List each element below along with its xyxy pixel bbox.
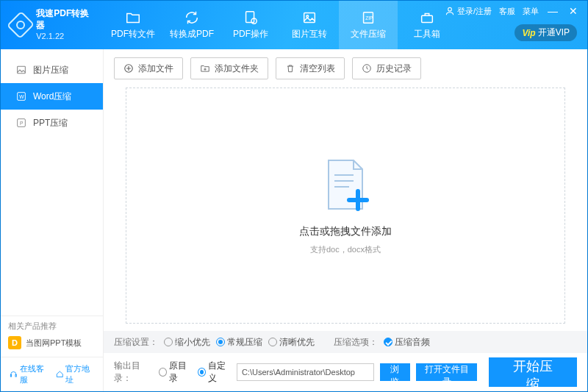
login-link[interactable]: 登录/注册 [445, 6, 492, 17]
check-compress-audio[interactable]: 压缩音频 [384, 336, 430, 349]
service-link[interactable]: 客服 [499, 6, 515, 17]
file-add-icon [320, 156, 371, 215]
menu-link[interactable]: 菜单 [523, 6, 539, 17]
app-window: 我速PDF转换器 V2.1.22 PDF转文件 转换成PDF PDF操作 图片互… [0, 0, 588, 392]
word-icon: W [15, 90, 27, 102]
drop-title: 点击或拖拽文件添加 [299, 225, 392, 238]
app-logo-icon [7, 11, 35, 39]
online-service-link[interactable]: 在线客服 [10, 363, 49, 385]
drop-area[interactable]: 点击或拖拽文件添加 支持doc，docx格式 [126, 88, 565, 324]
plus-icon [123, 63, 134, 74]
image-icon [15, 64, 27, 76]
sidebar-menu: 图片压缩 W Word压缩 P PPT压缩 [1, 49, 103, 316]
nav-label: PDF转文件 [111, 28, 155, 40]
svg-rect-0 [246, 12, 254, 23]
nav-pdf-to-file[interactable]: PDF转文件 [104, 1, 162, 49]
nav-label: 转换成PDF [170, 28, 214, 40]
sidebar-item-label: Word压缩 [33, 90, 71, 103]
vip-badge[interactable]: Vip开通VIP [514, 24, 577, 41]
compress-settings: 压缩设置： 缩小优先 常规压缩 清晰优先 压缩选项： 压缩音频 [104, 331, 587, 353]
sidebar-item-label: 图片压缩 [33, 64, 68, 76]
related-products: 相关产品推荐 D 当图网PPT模板 [1, 316, 103, 357]
nav-label: 图片互转 [292, 28, 327, 40]
sidebar-item-image-compress[interactable]: 图片压缩 [1, 57, 103, 83]
svg-rect-8 [18, 66, 26, 73]
history-button[interactable]: 历史记录 [352, 57, 421, 79]
user-icon [445, 6, 455, 16]
add-file-button[interactable]: 添加文件 [114, 57, 183, 79]
main-panel: 添加文件 添加文件夹 清空列表 历史记录 [104, 49, 587, 391]
vip-icon: Vip [522, 28, 535, 38]
toolbar: 添加文件 添加文件夹 清空列表 历史记录 [104, 49, 587, 88]
output-path-input[interactable] [237, 363, 374, 381]
svg-rect-6 [422, 15, 433, 22]
output-label: 输出目录： [114, 360, 153, 385]
radio-clarity-first[interactable]: 清晰优先 [268, 336, 315, 349]
nav-image-convert[interactable]: 图片互转 [280, 1, 339, 49]
nav-label: 工具箱 [414, 28, 440, 40]
zip-icon: ZIP [359, 10, 377, 26]
nav-label: PDF操作 [233, 28, 268, 40]
svg-text:P: P [20, 121, 24, 126]
browse-button[interactable]: 浏览 [380, 363, 410, 381]
sidebar-item-ppt-compress[interactable]: P PPT压缩 [1, 110, 103, 136]
radio-shrink-first[interactable]: 缩小优先 [164, 336, 210, 349]
radio-custom-dir[interactable]: 自定义 [198, 360, 231, 385]
open-folder-button[interactable]: 打开文件目录 [416, 363, 478, 381]
sidebar-item-word-compress[interactable]: W Word压缩 [1, 83, 103, 110]
svg-rect-14 [15, 374, 16, 377]
header: 我速PDF转换器 V2.1.22 PDF转文件 转换成PDF PDF操作 图片互… [1, 1, 587, 49]
sidebar-item-label: PPT压缩 [33, 117, 68, 129]
svg-point-7 [448, 7, 452, 11]
body: 图片压缩 W Word压缩 P PPT压缩 相关产品推荐 D 当图网PPT模板 [1, 49, 587, 391]
close-button[interactable]: ✕ [567, 5, 580, 17]
image-icon [301, 10, 318, 26]
app-title: 我速PDF转换器 [36, 8, 93, 31]
add-folder-button[interactable]: 添加文件夹 [190, 57, 268, 79]
svg-rect-13 [10, 374, 11, 377]
sidebar-footer: 在线客服 官方地址 [1, 357, 103, 391]
drop-subtitle: 支持doc，docx格式 [310, 244, 381, 255]
related-title: 相关产品推荐 [8, 321, 96, 332]
svg-text:W: W [19, 94, 24, 99]
nav-file-compress[interactable]: ZIP 文件压缩 [339, 1, 398, 49]
official-site-link[interactable]: 官方地址 [56, 363, 95, 385]
radio-normal[interactable]: 常规压缩 [216, 336, 262, 349]
template-icon: D [8, 336, 21, 349]
options-label: 压缩选项： [334, 336, 378, 349]
svg-text:ZIP: ZIP [365, 15, 373, 21]
logo-text: 我速PDF转换器 V2.1.22 [36, 8, 93, 41]
minimize-button[interactable]: ― [546, 5, 559, 17]
clock-icon [362, 63, 372, 74]
nav-pdf-ops[interactable]: PDF操作 [221, 1, 280, 49]
folder-plus-icon [200, 63, 210, 74]
folder-icon [124, 10, 142, 26]
logo-block: 我速PDF转换器 V2.1.22 [1, 1, 104, 49]
nav-to-pdf[interactable]: 转换成PDF [162, 1, 221, 49]
output-row: 输出目录： 原目录 自定义 浏览 打开文件目录 开始压缩 [104, 353, 587, 391]
related-item-ppt-template[interactable]: D 当图网PPT模板 [8, 336, 96, 349]
nav-label: 文件压缩 [351, 28, 386, 40]
clear-list-button[interactable]: 清空列表 [276, 57, 345, 79]
headset-icon [10, 370, 18, 379]
trash-icon [285, 63, 295, 74]
radio-original-dir[interactable]: 原目录 [159, 360, 192, 385]
ppt-icon: P [15, 117, 27, 129]
start-compress-button[interactable]: 开始压缩 [489, 357, 577, 387]
settings-label: 压缩设置： [114, 336, 158, 349]
svg-rect-2 [304, 13, 315, 23]
window-controls: 登录/注册 客服 菜单 ― ✕ [445, 5, 580, 17]
sidebar: 图片压缩 W Word压缩 P PPT压缩 相关产品推荐 D 当图网PPT模板 [1, 49, 104, 391]
refresh-icon [183, 10, 201, 26]
toolbox-icon [418, 10, 436, 26]
home-icon [56, 370, 64, 379]
document-gear-icon [242, 10, 259, 26]
app-version: V2.1.22 [36, 31, 93, 41]
